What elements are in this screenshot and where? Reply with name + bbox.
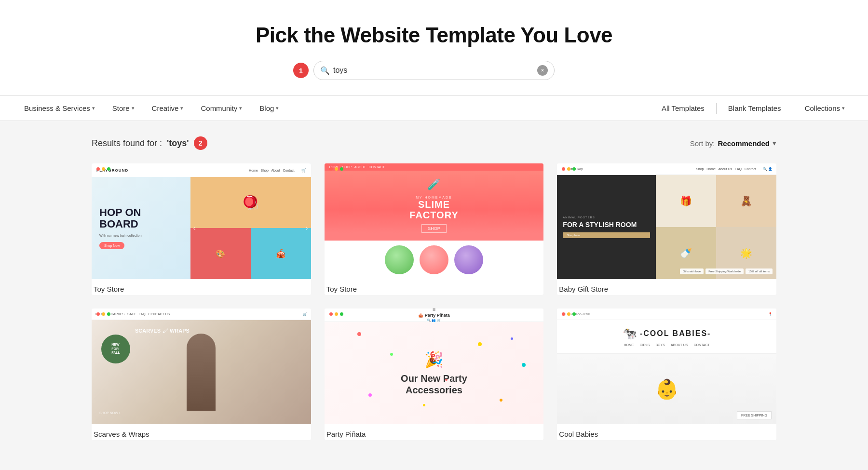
template-card-scarves-wraps[interactable]: HOME SCARVES SALE FAQ CONTACT US 🛒 NEWFO… — [92, 309, 311, 440]
nav-item-blog[interactable]: Blog ▾ — [251, 96, 287, 121]
template-preview-cool-babies: TEL: 123-456-7890 📍 🐄 -COOL BABIES- — [557, 309, 776, 424]
baby-nav-links: Shop Home About Us FAQ Contact — [696, 167, 756, 171]
baby-overlay-badges: Gifts with love Free Shipping Worldwide … — [680, 269, 773, 274]
nav-divider-1 — [716, 103, 717, 114]
scarves-overlay: SHOP NOW › — [99, 409, 120, 415]
template-card-toy-store-2[interactable]: HOME SHOP ABOUT CONTACT 🧪 MY HOMEMADE SL… — [325, 163, 544, 295]
nav-right: All Templates Blank Templates Collection… — [654, 96, 853, 121]
template-card-party-pinata[interactable]: ☰ 🎪 Party Piñata 🔍 👥 🛒 — [325, 309, 544, 440]
scarves-sub-label: SHOP NOW › — [99, 411, 120, 415]
results-text: Results found for : 'toys' 2 — [92, 136, 207, 150]
results-header: Results found for : 'toys' 2 Sort by: Re… — [92, 136, 776, 150]
template-preview-scarves-wraps: HOME SCARVES SALE FAQ CONTACT US 🛒 NEWFO… — [92, 309, 311, 424]
baby-title: FOR A STYLISH ROOM — [563, 221, 650, 229]
sort-value[interactable]: Recommended — [718, 139, 770, 148]
template-name-scarves-wraps: Scarves & Wraps — [92, 424, 311, 440]
scarves-hero: NEWFORFALL SCARVES 🖊 WRAPS SHOP NOW › — [92, 320, 311, 424]
sort-label: Sort by: — [690, 139, 715, 148]
template-grid: PLAYGROUND Home Shop About Contact 🛒 HOP… — [92, 163, 776, 440]
nav-item-creative[interactable]: Creative ▾ — [143, 96, 192, 121]
slime-ball-purple — [454, 245, 483, 274]
slime-shop-link: SHOP — [421, 224, 447, 233]
scarves-nav: HOME SCARVES SALE FAQ CONTACT US 🛒 — [92, 309, 311, 320]
scarves-cart-icon: 🛒 — [303, 312, 307, 316]
nav-item-blank-templates[interactable]: Blank Templates — [720, 96, 789, 121]
template-preview-toy-store-2: HOME SHOP ABOUT CONTACT 🧪 MY HOMEMADE SL… — [325, 163, 544, 279]
scarves-bg — [92, 320, 311, 424]
scarves-new-badge: NEWFORFALL — [101, 335, 130, 363]
window-dots — [96, 312, 110, 316]
party-logo: 🎪 Party Piñata — [418, 313, 450, 318]
coolbabies-header: 🐄 -COOL BABIES- HOME GIRLS BOYS AB — [557, 320, 776, 354]
coolbabies-logo-icon: 🐄 — [623, 327, 637, 340]
coolbabies-main-image: 👶 — [655, 378, 679, 401]
window-dots — [562, 312, 576, 316]
nav-bar: Business & Services ▾ Store ▾ Creative ▾… — [0, 96, 868, 121]
template-preview-baby-gift-store: Little Ray Shop Home About Us FAQ Contac… — [557, 163, 776, 279]
search-clear-button[interactable]: × — [537, 65, 548, 76]
template-name-toy-store-2: Toy Store — [325, 279, 544, 295]
toy1-left: HOP ONBOARD With our new train collectio… — [92, 177, 190, 279]
coolbabies-hero: 🐄 -COOL BABIES- HOME GIRLS BOYS AB — [557, 320, 776, 424]
nav-item-collections[interactable]: Collections ▾ — [797, 96, 853, 121]
chevron-down-icon: ▾ — [239, 105, 242, 111]
prev-arrow-icon: ‹ — [193, 224, 196, 232]
chevron-down-icon: ▾ — [132, 105, 135, 111]
baby-grid-1: 🎁 — [656, 175, 716, 227]
toy1-heading: HOP ONBOARD — [99, 207, 183, 230]
window-dots — [96, 167, 110, 171]
page-title: Pick the Website Template You Love — [10, 23, 858, 47]
scarves-title-top: SCARVES 🖊 WRAPS — [135, 328, 190, 334]
sort-chevron-icon: ▾ — [773, 139, 776, 148]
search-wrapper: 1 🔍 × — [313, 61, 555, 80]
nav-item-store[interactable]: Store ▾ — [104, 96, 143, 121]
template-card-baby-gift-store[interactable]: Little Ray Shop Home About Us FAQ Contac… — [557, 163, 776, 295]
baby-nav-icons: 🔍 👤 — [763, 167, 773, 171]
toy1-nav: PLAYGROUND Home Shop About Contact 🛒 — [92, 163, 311, 177]
party-icon: 🎉 — [424, 350, 444, 369]
slime-products — [325, 241, 544, 279]
toy1-image-bl: 🎨 — [190, 228, 251, 279]
nav-item-all-templates[interactable]: All Templates — [654, 96, 712, 121]
chevron-down-icon: ▾ — [180, 105, 183, 111]
search-input[interactable] — [313, 61, 555, 80]
baby-body: ANIMAL POSTERS FOR A STYLISH ROOM Shop N… — [557, 175, 776, 279]
template-card-toy-store-1[interactable]: PLAYGROUND Home Shop About Contact 🛒 HOP… — [92, 163, 311, 295]
baby-tag-shipping: Free Shipping Worldwide — [705, 269, 744, 274]
toy1-image-top: 🪀 — [190, 177, 311, 228]
results-prefix: Results found for : — [92, 138, 162, 148]
search-step-badge: 1 — [293, 63, 309, 78]
nav-all-templates-label: All Templates — [662, 104, 705, 112]
toy1-image-br: 🎪 — [251, 228, 311, 279]
toy1-sub: With our new train collection — [99, 234, 183, 237]
coolbabies-link-contact: CONTACT — [694, 343, 710, 347]
slime-header: 🧪 MY HOMEMADE SLIMEFACTORY SHOP — [325, 171, 544, 241]
nav-left: Business & Services ▾ Store ▾ Creative ▾… — [15, 96, 654, 121]
template-name-baby-gift-store: Baby Gift Store — [557, 279, 776, 295]
chevron-down-icon: ▾ — [276, 105, 279, 111]
template-preview-party-pinata: ☰ 🎪 Party Piñata 🔍 👥 🛒 — [325, 309, 544, 424]
nav-blank-templates-label: Blank Templates — [728, 104, 781, 112]
slime-nav: HOME SHOP ABOUT CONTACT — [325, 163, 544, 171]
toy1-cart-icon: 🛒 — [301, 168, 306, 173]
party-nav-icon: ☰ — [433, 309, 435, 312]
window-dots — [329, 312, 343, 316]
toy1-right: 🪀 🎨 🎪 ‹ › — [190, 177, 311, 279]
slime-sub: MY HOMEMADE — [416, 196, 452, 199]
nav-item-business[interactable]: Business & Services ▾ — [15, 96, 104, 121]
scarves-model — [187, 334, 216, 411]
slime-icon: 🧪 — [427, 178, 440, 191]
template-name-cool-babies: Cool Babies — [557, 424, 776, 440]
nav-divider-2 — [793, 103, 793, 114]
template-name-toy-store-1: Toy Store — [92, 279, 311, 295]
nav-item-community[interactable]: Community ▾ — [192, 96, 251, 121]
sort-by[interactable]: Sort by: Recommended ▾ — [690, 139, 776, 148]
baby-tag-gifts: Gifts with love — [680, 269, 704, 274]
header-section: Pick the Website Template You Love 1 🔍 × — [0, 0, 868, 96]
window-dots — [562, 167, 576, 171]
coolbabies-body: 👶 FREE SHIPPING — [557, 354, 776, 424]
template-name-party-pinata: Party Piñata — [325, 424, 544, 440]
nav-collections-label: Collections — [805, 104, 840, 112]
template-card-cool-babies[interactable]: TEL: 123-456-7890 📍 🐄 -COOL BABIES- — [557, 309, 776, 440]
results-count-badge: 2 — [194, 136, 207, 150]
